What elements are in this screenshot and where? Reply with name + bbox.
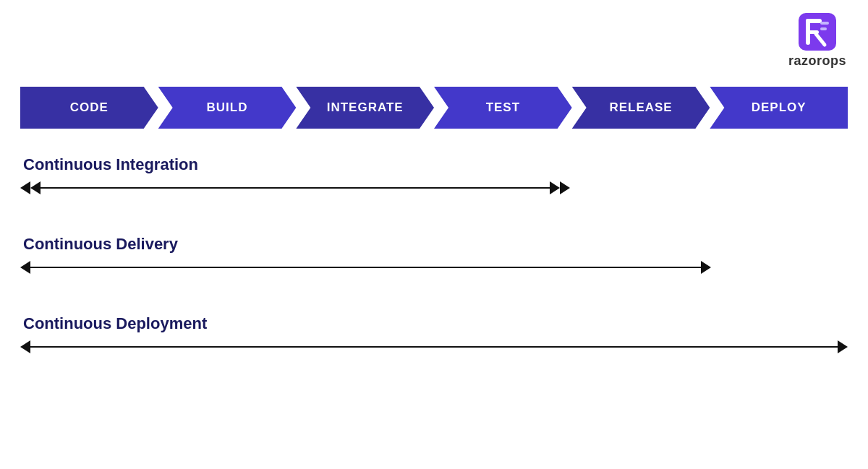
ci-label: Continuous Integration <box>20 155 570 174</box>
cd-bracket-row: Continuous Delivery <box>20 235 711 274</box>
logo-text: razorops <box>788 53 846 69</box>
cd-arrow-shaft <box>30 267 701 269</box>
pipeline-step-build: BUILD <box>158 87 297 129</box>
ci-arrow <box>20 181 570 194</box>
cd-arrow-left-head <box>20 261 30 274</box>
brackets-wrapper: Continuous Integration Continuous Delive… <box>20 155 848 459</box>
cd-arrow-right-head <box>701 261 711 274</box>
svg-rect-4 <box>820 22 829 25</box>
pipeline-step-deploy: DEPLOY <box>710 87 848 129</box>
cd-label: Continuous Delivery <box>20 235 711 254</box>
svg-rect-5 <box>820 27 827 30</box>
razorops-logo-icon <box>799 13 836 51</box>
cdeploy-arrow-left-head <box>20 340 30 353</box>
cd-arrow <box>20 261 711 274</box>
ci-arrow-right-head <box>550 181 560 194</box>
pipeline-step-test: TEST <box>434 87 572 129</box>
logo-area: razorops <box>788 13 846 69</box>
svg-rect-2 <box>806 19 822 23</box>
ci-arrow-shaft <box>41 187 550 189</box>
cdeploy-arrow-right-head <box>838 340 848 353</box>
cdeploy-arrow-shaft <box>30 346 838 348</box>
pipeline-step-release: RELEASE <box>572 87 710 129</box>
pipeline-step-code: CODE <box>20 87 158 129</box>
cdeploy-label: Continuous Deployment <box>20 314 848 333</box>
ci-bracket-row: Continuous Integration <box>20 155 570 194</box>
cdeploy-arrow <box>20 340 848 353</box>
pipeline-step-integrate: INTEGRATE <box>296 87 434 129</box>
pipeline-container: CODE BUILD INTEGRATE TEST RELEASE DEPLOY <box>20 87 848 129</box>
cdeploy-bracket-row: Continuous Deployment <box>20 314 848 353</box>
ci-arrow-left-head <box>30 181 41 194</box>
